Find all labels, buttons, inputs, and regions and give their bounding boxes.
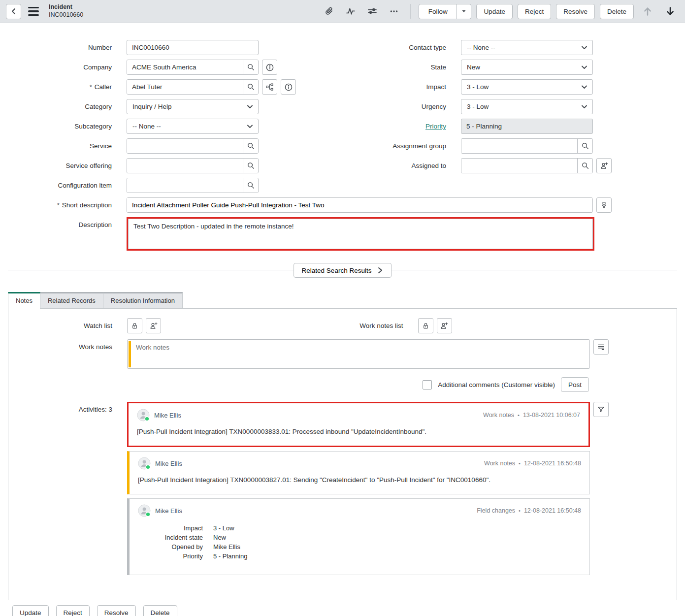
follow-split-button: Follow	[419, 4, 471, 19]
search-icon	[582, 142, 589, 150]
company-reference-field	[127, 60, 259, 75]
watch-list-lock-button[interactable]	[127, 318, 142, 333]
subcategory-select[interactable]: -- None --	[127, 119, 259, 134]
activity-type: Field changes	[477, 507, 515, 514]
delete-button-footer[interactable]: Delete	[143, 605, 177, 616]
resolve-button-header[interactable]: Resolve	[556, 4, 595, 19]
urgency-select[interactable]: 3 - Low	[461, 99, 593, 114]
service-offering-input[interactable]	[127, 159, 243, 173]
tab-resolution-information[interactable]: Resolution Information	[103, 292, 183, 308]
resolve-button-footer[interactable]: Resolve	[97, 605, 136, 616]
chevron-down-icon	[582, 105, 587, 109]
assigned-to-lookup-button[interactable]	[577, 159, 592, 173]
follow-button[interactable]: Follow	[419, 4, 457, 19]
short-description-input[interactable]	[127, 198, 592, 212]
delete-button-header[interactable]: Delete	[600, 4, 634, 19]
search-icon	[247, 162, 255, 169]
contact-type-select[interactable]: -- None --	[461, 40, 593, 55]
update-button-footer[interactable]: Update	[12, 605, 49, 616]
post-button[interactable]: Post	[561, 377, 589, 392]
number-label: Number	[0, 44, 127, 51]
category-select[interactable]: Inquiry / Help	[127, 99, 259, 114]
activity-stream-icon[interactable]	[342, 4, 359, 19]
caller-show-related-button[interactable]	[262, 79, 277, 95]
avatar	[137, 409, 150, 421]
suggestion-button[interactable]	[596, 197, 612, 213]
attachment-icon[interactable]	[321, 4, 337, 19]
work-notes-label: Work notes	[8, 339, 127, 351]
assignment-group-reference-field	[461, 138, 593, 154]
priority-link[interactable]: Priority	[425, 123, 446, 130]
category-label: Category	[0, 103, 127, 110]
related-search-results-button[interactable]: Related Search Results	[294, 263, 392, 278]
service-offering-label: Service offering	[0, 162, 127, 169]
additional-comments-label: Additional comments (Customer visible)	[438, 381, 555, 389]
tab-notes[interactable]: Notes	[8, 292, 40, 309]
required-icon: *	[57, 202, 60, 209]
activities-count-label: Activities: 3	[8, 402, 127, 413]
field-change-name: Opened by	[138, 542, 203, 551]
field-change-value: 3 - Low	[213, 523, 234, 533]
caller-lookup-button[interactable]	[243, 80, 258, 94]
activity-card-field-changes: Mike Ellis Field changes • 12-08-2021 16…	[127, 498, 590, 575]
number-input[interactable]	[127, 40, 259, 55]
service-lookup-button[interactable]	[243, 139, 258, 153]
previous-record-icon[interactable]	[639, 6, 656, 16]
company-lookup-button[interactable]	[243, 60, 258, 74]
assigned-to-input[interactable]	[461, 159, 577, 173]
caller-preview-button[interactable]	[281, 79, 296, 95]
description-textarea[interactable]: Test Two Description - updated in the re…	[128, 219, 593, 249]
work-notes-list-lock-button[interactable]	[418, 318, 433, 333]
activity-filter-button[interactable]	[593, 402, 609, 417]
service-offering-lookup-button[interactable]	[243, 159, 258, 173]
impact-select[interactable]: 3 - Low	[461, 79, 593, 95]
watch-list-add-person-button[interactable]	[146, 318, 161, 333]
search-icon	[247, 83, 255, 91]
person-plus-icon	[150, 322, 158, 330]
activity-type: Work notes	[483, 412, 514, 419]
assigned-to-reference-field	[461, 158, 593, 173]
personalize-form-icon[interactable]	[364, 4, 381, 19]
priority-readonly-field: 5 - Planning	[461, 119, 593, 134]
configuration-item-label: Configuration item	[0, 182, 127, 189]
company-preview-button[interactable]	[262, 60, 277, 75]
update-button-header[interactable]: Update	[476, 4, 513, 19]
assignment-group-lookup-button[interactable]	[577, 139, 592, 153]
person-plus-icon	[440, 322, 448, 330]
menu-icon[interactable]	[28, 7, 39, 16]
company-label: Company	[0, 64, 127, 71]
state-select[interactable]: New	[461, 60, 593, 75]
assignment-group-label: Assignment group	[344, 142, 461, 150]
related-search-section: Related Search Results	[0, 257, 685, 285]
service-offering-reference-field	[127, 158, 259, 173]
activity-type: Work notes	[484, 460, 515, 467]
configuration-item-input[interactable]	[127, 178, 243, 193]
additional-comments-checkbox[interactable]	[423, 380, 432, 389]
work-notes-textarea[interactable]	[128, 340, 589, 368]
tab-related-records[interactable]: Related Records	[40, 292, 103, 308]
funnel-icon	[597, 406, 605, 413]
contact-type-label: Contact type	[344, 44, 461, 51]
activity-timestamp: 13-08-2021 10:06:07	[523, 412, 580, 419]
assigned-to-label: Assigned to	[344, 162, 461, 169]
field-change-name: Incident state	[138, 533, 203, 542]
assign-to-me-button[interactable]	[596, 158, 612, 173]
watch-list-label: Watch list	[8, 322, 127, 329]
activity-text: [Push-Pull Incident Integration] TXN0000…	[137, 428, 580, 438]
service-input[interactable]	[127, 139, 243, 153]
configuration-item-lookup-button[interactable]	[243, 178, 258, 193]
short-description-field	[127, 197, 593, 213]
assignment-group-input[interactable]	[461, 139, 577, 153]
more-options-icon[interactable]	[386, 4, 402, 19]
back-button[interactable]	[6, 4, 21, 19]
stream-display-button[interactable]	[593, 339, 609, 355]
field-change-value: Mike Ellis	[213, 542, 240, 551]
reject-button-header[interactable]: Reject	[518, 4, 551, 19]
company-input[interactable]	[127, 60, 243, 74]
reject-button-footer[interactable]: Reject	[56, 605, 90, 616]
next-record-icon[interactable]	[661, 6, 679, 16]
caller-input[interactable]	[127, 80, 243, 94]
work-notes-list-add-person-button[interactable]	[437, 318, 452, 333]
follow-caret-button[interactable]	[457, 4, 471, 19]
info-icon	[266, 64, 274, 71]
